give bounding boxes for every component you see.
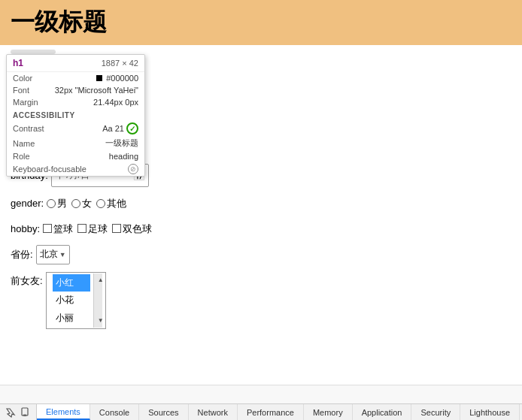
gender-label: gender: xyxy=(11,195,44,212)
page-content: 一级标题 h1 1887 × 42 Color #000000 Font 32p… xyxy=(0,0,522,385)
province-select[interactable]: 北京 ▼ xyxy=(36,245,70,264)
gender-option-other[interactable]: 其他 xyxy=(96,195,126,212)
exgf-option-3[interactable]: 小丽 xyxy=(53,310,90,328)
tooltip-keyboard-value: ⊘ xyxy=(128,164,138,174)
tooltip-color-label: Color xyxy=(13,74,32,83)
scrollbar-up-icon[interactable]: ▲ xyxy=(97,274,99,286)
hobby-basketball[interactable]: 篮球 xyxy=(43,220,73,237)
tooltip-header: h1 1887 × 42 xyxy=(7,55,144,72)
tooltip-color-row: Color #000000 xyxy=(7,72,144,84)
province-row: 省份: 北京 ▼ xyxy=(11,245,511,264)
inspect-icon[interactable] xyxy=(5,406,17,418)
checkbox-soccer xyxy=(77,224,86,233)
hobby-label: hobby: xyxy=(11,220,40,237)
radio-circle-female xyxy=(71,199,80,208)
tab-sources[interactable]: Sources xyxy=(139,404,188,420)
color-swatch xyxy=(96,75,102,81)
multiselect-scrollbar: ▲ ▼ xyxy=(93,273,102,328)
tab-console[interactable]: Console xyxy=(90,404,139,420)
gender-option-male[interactable]: 男 xyxy=(47,195,67,212)
tooltip-keyboard-label: Keyboard-focusable xyxy=(13,165,86,174)
exgf-row: 前女友: 小红 小花 小丽 ▲ ▼ xyxy=(11,272,511,330)
accessibility-header: ACCESSIBILITY xyxy=(7,108,144,121)
tab-lighthouse[interactable]: Lighthouse xyxy=(460,404,520,420)
contrast-check-icon: ✓ xyxy=(126,122,138,134)
tab-elements[interactable]: Elements xyxy=(37,404,90,420)
hobby-row: hobby: 篮球 足球 双色球 xyxy=(11,220,511,237)
tooltip-dimensions: 1887 × 42 xyxy=(102,59,138,68)
radio-circle-other xyxy=(96,199,105,208)
tooltip-role-row: Role heading xyxy=(7,150,144,162)
tooltip-contrast-value: Aa 21 ✓ xyxy=(102,122,138,134)
province-label: 省份: xyxy=(11,246,33,263)
multiselect-wrapper: 小红 小花 小丽 ▲ ▼ xyxy=(47,273,105,329)
keyboard-focusable-icon: ⊘ xyxy=(128,164,138,174)
select-arrow-icon: ▼ xyxy=(59,249,66,261)
exgf-option-2[interactable]: 小花 xyxy=(53,292,90,310)
multiselect-items: 小红 小花 小丽 xyxy=(50,273,93,328)
tab-performance[interactable]: Performance xyxy=(238,404,304,420)
hobby-checkbox-group: 篮球 足球 双色球 xyxy=(43,220,152,237)
tab-memory[interactable]: Memory xyxy=(304,404,353,420)
tooltip-font-label: Font xyxy=(13,86,29,95)
exgf-multiselect[interactable]: 小红 小花 小丽 ▲ ▼ xyxy=(46,272,106,330)
checkbox-lottery xyxy=(112,224,121,233)
tooltip-contrast-label: Contrast xyxy=(13,124,44,133)
tab-security[interactable]: Security xyxy=(411,404,460,420)
gender-option-female[interactable]: 女 xyxy=(71,195,92,212)
tooltip-role-label: Role xyxy=(13,152,30,161)
tooltip-font-row: Font 32px "Microsoft YaHei" xyxy=(7,84,144,96)
gender-radio-group: 男 女 其他 xyxy=(47,195,126,212)
tooltip-name-value: 一级标题 xyxy=(105,137,138,149)
tooltip-keyboard-row: Keyboard-focusable ⊘ xyxy=(7,162,144,176)
tooltip-font-value: 32px "Microsoft YaHei" xyxy=(55,86,138,95)
devtools-panel xyxy=(0,385,522,403)
tooltip-tag: h1 xyxy=(13,58,23,68)
tooltip-margin-value: 21.44px 0px xyxy=(93,98,138,107)
exgf-label: 前女友: xyxy=(11,272,43,289)
element-tooltip: h1 1887 × 42 Color #000000 Font 32px "Mi… xyxy=(6,54,145,177)
devtools-tabs: Elements Console Sources Network Perform… xyxy=(37,404,522,420)
devtools-bar: Elements Console Sources Network Perform… xyxy=(0,403,522,420)
hobby-lottery[interactable]: 双色球 xyxy=(112,220,152,237)
devtools-icon-group xyxy=(0,404,37,420)
tab-application[interactable]: Application xyxy=(353,404,412,420)
tooltip-role-value: heading xyxy=(109,152,138,161)
h1-heading: 一级标题 xyxy=(0,0,522,45)
tooltip-contrast-row: Contrast Aa 21 ✓ xyxy=(7,121,144,136)
tooltip-color-value: #000000 xyxy=(96,74,138,83)
device-icon[interactable] xyxy=(20,406,32,418)
tooltip-margin-row: Margin 21.44px 0px xyxy=(7,96,144,108)
tooltip-name-row: Name 一级标题 xyxy=(7,136,144,150)
checkbox-basketball xyxy=(43,224,52,233)
exgf-option-1[interactable]: 小红 xyxy=(53,274,90,292)
tooltip-name-label: Name xyxy=(13,139,35,148)
scrollbar-down-icon[interactable]: ▼ xyxy=(97,315,99,327)
tooltip-margin-label: Margin xyxy=(13,98,38,107)
radio-circle-male xyxy=(47,199,56,208)
tab-network[interactable]: Network xyxy=(189,404,238,420)
hobby-soccer[interactable]: 足球 xyxy=(77,220,108,237)
gender-row: gender: 男 女 其他 xyxy=(11,195,511,212)
